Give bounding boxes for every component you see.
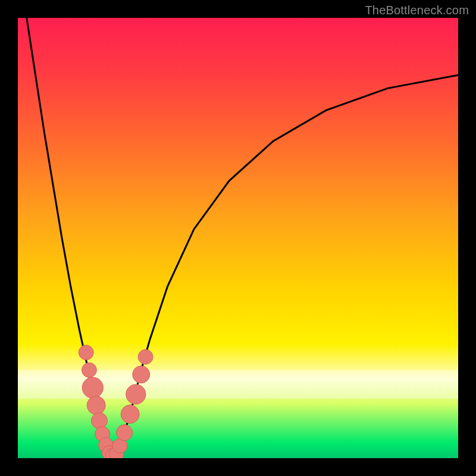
curve-marker bbox=[126, 384, 146, 404]
curve-marker bbox=[82, 363, 97, 378]
curve-marker bbox=[91, 413, 107, 429]
image-frame: TheBottleneck.com bbox=[0, 0, 476, 476]
curve-marker bbox=[79, 345, 93, 360]
curve-marker bbox=[138, 349, 153, 364]
curve-marker bbox=[82, 377, 103, 398]
curve-marker bbox=[133, 366, 150, 383]
curve-marker bbox=[117, 425, 133, 441]
chart-svg bbox=[18, 18, 458, 458]
curve-marker bbox=[87, 396, 105, 415]
watermark-text: TheBottleneck.com bbox=[365, 4, 469, 17]
curve-marker bbox=[121, 405, 139, 424]
chart-area bbox=[18, 18, 458, 458]
